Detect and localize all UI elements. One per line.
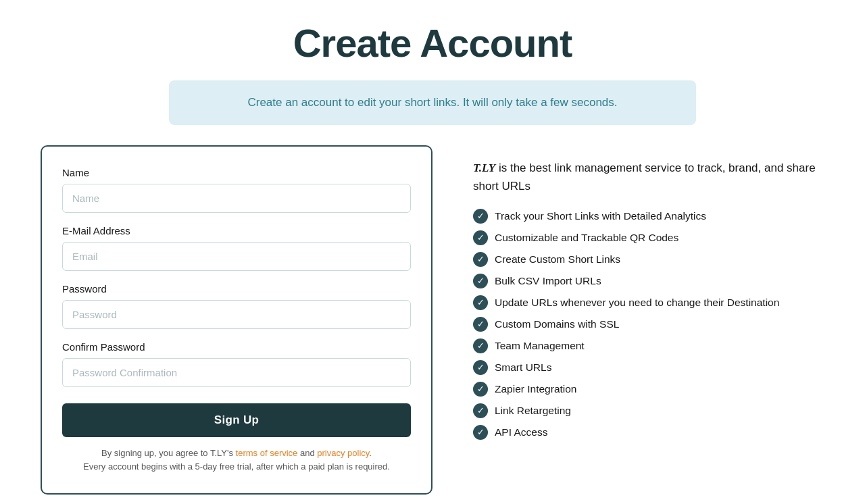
feature-text: Track your Short Links with Detailed Ana… — [495, 209, 706, 224]
feature-item: ✓Update URLs whenever you need to change… — [473, 295, 824, 310]
confirm-password-label: Confirm Password — [62, 341, 411, 353]
confirm-password-input[interactable] — [62, 358, 411, 387]
feature-item: ✓Create Custom Short Links — [473, 252, 824, 267]
footer-line1: By signing up, you agree to T.LY's terms… — [62, 447, 411, 461]
feature-item: ✓Custom Domains with SSL — [473, 317, 824, 332]
check-icon: ✓ — [473, 317, 488, 332]
feature-item: ✓Track your Short Links with Detailed An… — [473, 209, 824, 224]
check-icon: ✓ — [473, 338, 488, 353]
features-intro: T.LY is the best link management service… — [473, 159, 824, 195]
feature-text: Custom Domains with SSL — [495, 317, 619, 332]
check-icon: ✓ — [473, 252, 488, 267]
password-group: Password — [62, 283, 411, 329]
subtitle-banner: Create an account to edit your short lin… — [169, 80, 696, 125]
feature-item: ✓Zapier Integration — [473, 382, 824, 397]
page-title: Create Account — [41, 20, 824, 66]
check-icon: ✓ — [473, 274, 488, 288]
check-icon: ✓ — [473, 295, 488, 310]
feature-text: Create Custom Short Links — [495, 252, 620, 267]
name-input[interactable] — [62, 184, 411, 213]
main-content: Name E-Mail Address Password Confirm Pas… — [41, 145, 824, 495]
email-input[interactable] — [62, 242, 411, 271]
check-icon: ✓ — [473, 425, 488, 440]
email-label: E-Mail Address — [62, 225, 411, 236]
features-section: T.LY is the best link management service… — [473, 145, 824, 447]
feature-item: ✓Team Management — [473, 338, 824, 353]
feature-text: Link Retargeting — [495, 403, 571, 418]
feature-text: Customizable and Trackable QR Codes — [495, 230, 678, 245]
footer-period: . — [369, 448, 372, 458]
feature-item: ✓API Access — [473, 425, 824, 440]
terms-of-service-link[interactable]: terms of service — [236, 448, 298, 458]
password-label: Password — [62, 283, 411, 295]
check-icon: ✓ — [473, 230, 488, 245]
form-card: Name E-Mail Address Password Confirm Pas… — [41, 145, 432, 495]
footer-and: and — [297, 448, 317, 458]
confirm-password-group: Confirm Password — [62, 341, 411, 387]
brand-name: T.LY — [473, 161, 495, 174]
check-icon: ✓ — [473, 403, 488, 418]
page-container: Create Account Create an account to edit… — [0, 0, 865, 504]
feature-item: ✓Bulk CSV Import URLs — [473, 274, 824, 288]
check-icon: ✓ — [473, 360, 488, 375]
footer-prefix: By signing up, you agree to T.LY's — [101, 448, 236, 458]
form-footer: By signing up, you agree to T.LY's terms… — [62, 447, 411, 475]
subtitle-text: Create an account to edit your short lin… — [196, 94, 669, 111]
signup-button[interactable]: Sign Up — [62, 403, 411, 437]
feature-text: Bulk CSV Import URLs — [495, 274, 601, 288]
password-input[interactable] — [62, 300, 411, 329]
footer-line2: Every account begins with a 5-day free t… — [62, 460, 411, 474]
feature-text: API Access — [495, 425, 547, 440]
features-intro-text: is the best link management service to t… — [473, 161, 816, 193]
feature-text: Update URLs whenever you need to change … — [495, 295, 779, 310]
check-icon: ✓ — [473, 382, 488, 397]
name-group: Name — [62, 167, 411, 213]
privacy-policy-link[interactable]: privacy policy — [317, 448, 369, 458]
feature-item: ✓Link Retargeting — [473, 403, 824, 418]
feature-text: Smart URLs — [495, 360, 551, 375]
check-icon: ✓ — [473, 209, 488, 224]
feature-text: Zapier Integration — [495, 382, 577, 397]
feature-item: ✓Smart URLs — [473, 360, 824, 375]
feature-text: Team Management — [495, 338, 585, 353]
name-label: Name — [62, 167, 411, 178]
feature-item: ✓Customizable and Trackable QR Codes — [473, 230, 824, 245]
features-list: ✓Track your Short Links with Detailed An… — [473, 209, 824, 440]
email-group: E-Mail Address — [62, 225, 411, 271]
